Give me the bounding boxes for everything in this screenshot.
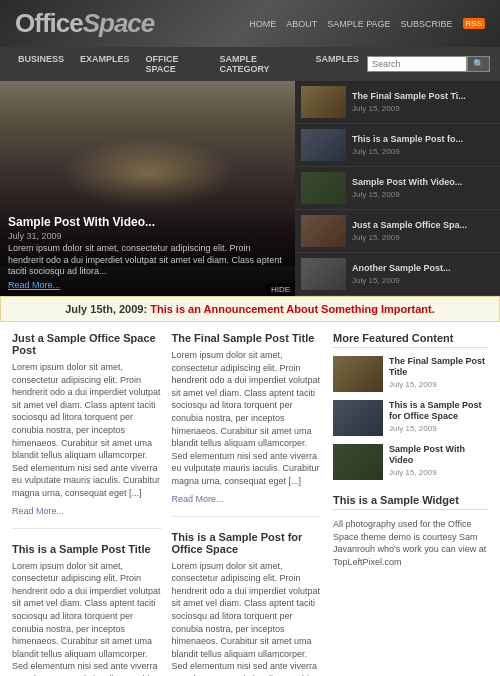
post-4-body: Lorem ipsum dolor sit amet, consectetur … bbox=[172, 560, 322, 676]
sidebar-post-info-1: The Final Sample Post Title July 15, 200… bbox=[389, 356, 488, 392]
fs-date-5: July 15, 2009 bbox=[352, 276, 451, 285]
announcement-text: This is an Announcement About Something … bbox=[150, 303, 435, 315]
sidebar-post-title-3: Sample Post With Video bbox=[389, 444, 488, 466]
two-column-posts: Just a Sample Office Space Post Lorem ip… bbox=[12, 332, 321, 676]
site-header: OfficeSpace HOME ABOUT SAMPLE PAGE SUBSC… bbox=[0, 0, 500, 47]
sidebar-post-3: Sample Post With Video July 15, 2009 bbox=[333, 444, 488, 480]
featured-date: July 31, 2009 bbox=[8, 231, 287, 241]
sidebar-post-1: The Final Sample Post Title July 15, 200… bbox=[333, 356, 488, 392]
featured-caption: Sample Post With Video... July 31, 2009 … bbox=[0, 209, 295, 296]
sidebar-post-title-1: The Final Sample Post Title bbox=[389, 356, 488, 378]
fs-info-2: This is a Sample Post fo... July 15, 200… bbox=[352, 134, 463, 156]
fs-thumb-4 bbox=[301, 215, 346, 247]
sidebar-post-date-1: July 15, 2009 bbox=[389, 380, 488, 389]
post-2-body: Lorem ipsum dolor sit amet, consectetur … bbox=[172, 349, 322, 488]
sidebar-post-2: This is a Sample Post for Office Space J… bbox=[333, 400, 488, 436]
announcement-date: July 15th, 2009: bbox=[65, 303, 147, 315]
post-4-title: This is a Sample Post for Office Space bbox=[172, 531, 322, 555]
featured-section: Sample Post With Video... July 31, 2009 … bbox=[0, 81, 500, 296]
post-col-left: Just a Sample Office Space Post Lorem ip… bbox=[12, 332, 162, 676]
post-1-body: Lorem ipsum dolor sit amet, consectetur … bbox=[12, 361, 162, 500]
fs-info-1: The Final Sample Post Ti... July 15, 200… bbox=[352, 91, 466, 113]
sidebar: More Featured Content The Final Sample P… bbox=[333, 332, 488, 676]
sidebar-widget-text: All photography used for the Office Spac… bbox=[333, 518, 488, 568]
fs-info-3: Sample Post With Video... July 15, 2009 bbox=[352, 177, 462, 199]
announcement-bar: July 15th, 2009: This is an Announcement… bbox=[0, 296, 500, 322]
post-1: Just a Sample Office Space Post Lorem ip… bbox=[12, 332, 162, 529]
logo-part2: Space bbox=[83, 8, 155, 38]
post-2: The Final Sample Post Title Lorem ipsum … bbox=[172, 332, 322, 517]
fs-post-3[interactable]: Sample Post With Video... July 15, 2009 bbox=[295, 167, 500, 210]
site-logo: OfficeSpace bbox=[15, 8, 154, 39]
hide-button[interactable]: HIDE bbox=[266, 283, 295, 296]
fs-post-1[interactable]: The Final Sample Post Ti... July 15, 200… bbox=[295, 81, 500, 124]
top-nav-about[interactable]: ABOUT bbox=[286, 19, 317, 29]
top-navigation: HOME ABOUT SAMPLE PAGE SUBSCRIBE RSS bbox=[249, 18, 485, 29]
content-columns: Just a Sample Office Space Post Lorem ip… bbox=[12, 332, 488, 676]
fs-info-5: Another Sample Post... July 15, 2009 bbox=[352, 263, 451, 285]
sidebar-thumb-3 bbox=[333, 444, 383, 480]
sidebar-featured: More Featured Content The Final Sample P… bbox=[333, 332, 488, 480]
post-3-body: Lorem ipsum dolor sit amet, consectetur … bbox=[12, 560, 162, 676]
post-1-title: Just a Sample Office Space Post bbox=[12, 332, 162, 356]
featured-read-more[interactable]: Read More... bbox=[8, 280, 60, 290]
fs-title-1: The Final Sample Post Ti... bbox=[352, 91, 466, 102]
post-4: This is a Sample Post for Office Space L… bbox=[172, 531, 322, 676]
top-posts-row: Just a Sample Office Space Post Lorem ip… bbox=[12, 332, 321, 676]
fs-info-4: Just a Sample Office Spa... July 15, 200… bbox=[352, 220, 467, 242]
nav-samples[interactable]: SAMPLES bbox=[307, 47, 367, 71]
content-area: Just a Sample Office Space Post Lorem ip… bbox=[0, 322, 500, 676]
fs-title-4: Just a Sample Office Spa... bbox=[352, 220, 467, 231]
post-col-right: The Final Sample Post Title Lorem ipsum … bbox=[172, 332, 322, 676]
fs-date-4: July 15, 2009 bbox=[352, 233, 467, 242]
sidebar-post-date-3: July 15, 2009 bbox=[389, 468, 488, 477]
top-nav-subscribe[interactable]: SUBSCRIBE bbox=[401, 19, 453, 29]
post-2-read-more[interactable]: Read More... bbox=[172, 494, 224, 504]
nav-sample-category[interactable]: SAMPLE CATEGORY bbox=[212, 47, 308, 81]
sidebar-widget-title: This is a Sample Widget bbox=[333, 494, 488, 510]
fs-date-3: July 15, 2009 bbox=[352, 190, 462, 199]
fs-post-2[interactable]: This is a Sample Post fo... July 15, 200… bbox=[295, 124, 500, 167]
fs-thumb-3 bbox=[301, 172, 346, 204]
post-3-title: This is a Sample Post Title bbox=[12, 543, 162, 555]
sidebar-thumb-1 bbox=[333, 356, 383, 392]
nav-examples[interactable]: EXAMPLES bbox=[72, 47, 138, 71]
search-button[interactable]: 🔍 bbox=[467, 56, 490, 72]
fs-title-2: This is a Sample Post fo... bbox=[352, 134, 463, 145]
fs-post-5[interactable]: Another Sample Post... July 15, 2009 bbox=[295, 253, 500, 296]
main-navigation: BUSINESS EXAMPLES OFFICE SPACE SAMPLE CA… bbox=[0, 47, 500, 81]
featured-sidebar: The Final Sample Post Ti... July 15, 200… bbox=[295, 81, 500, 296]
fs-date-2: July 15, 2009 bbox=[352, 147, 463, 156]
fs-date-1: July 15, 2009 bbox=[352, 104, 466, 113]
sidebar-widget: This is a Sample Widget All photography … bbox=[333, 494, 488, 568]
sidebar-post-info-2: This is a Sample Post for Office Space J… bbox=[389, 400, 488, 436]
search-input[interactable] bbox=[367, 56, 467, 72]
featured-main-post: Sample Post With Video... July 31, 2009 … bbox=[0, 81, 295, 296]
sidebar-post-info-3: Sample Post With Video July 15, 2009 bbox=[389, 444, 488, 480]
logo-part1: Office bbox=[15, 8, 83, 38]
fs-title-3: Sample Post With Video... bbox=[352, 177, 462, 188]
post-3: This is a Sample Post Title Lorem ipsum … bbox=[12, 543, 162, 676]
post-1-read-more[interactable]: Read More... bbox=[12, 506, 64, 516]
featured-title: Sample Post With Video... bbox=[8, 215, 287, 229]
top-nav-sample-page[interactable]: SAMPLE PAGE bbox=[327, 19, 390, 29]
sidebar-thumb-2 bbox=[333, 400, 383, 436]
fs-thumb-1 bbox=[301, 86, 346, 118]
search-box: 🔍 bbox=[367, 56, 490, 72]
fs-thumb-2 bbox=[301, 129, 346, 161]
post-2-title: The Final Sample Post Title bbox=[172, 332, 322, 344]
rss-icon: RSS bbox=[463, 18, 485, 29]
sidebar-post-date-2: July 15, 2009 bbox=[389, 424, 488, 433]
sidebar-post-title-2: This is a Sample Post for Office Space bbox=[389, 400, 488, 422]
nav-business[interactable]: BUSINESS bbox=[10, 47, 72, 71]
top-nav-home[interactable]: HOME bbox=[249, 19, 276, 29]
main-nav-list: BUSINESS EXAMPLES OFFICE SPACE SAMPLE CA… bbox=[10, 47, 367, 81]
featured-excerpt: Lorem ipsum dolor sit amet, consectetur … bbox=[8, 243, 287, 278]
fs-thumb-5 bbox=[301, 258, 346, 290]
fs-title-5: Another Sample Post... bbox=[352, 263, 451, 274]
fs-post-4[interactable]: Just a Sample Office Spa... July 15, 200… bbox=[295, 210, 500, 253]
sidebar-section-title: More Featured Content bbox=[333, 332, 488, 348]
nav-office-space[interactable]: OFFICE SPACE bbox=[138, 47, 212, 81]
